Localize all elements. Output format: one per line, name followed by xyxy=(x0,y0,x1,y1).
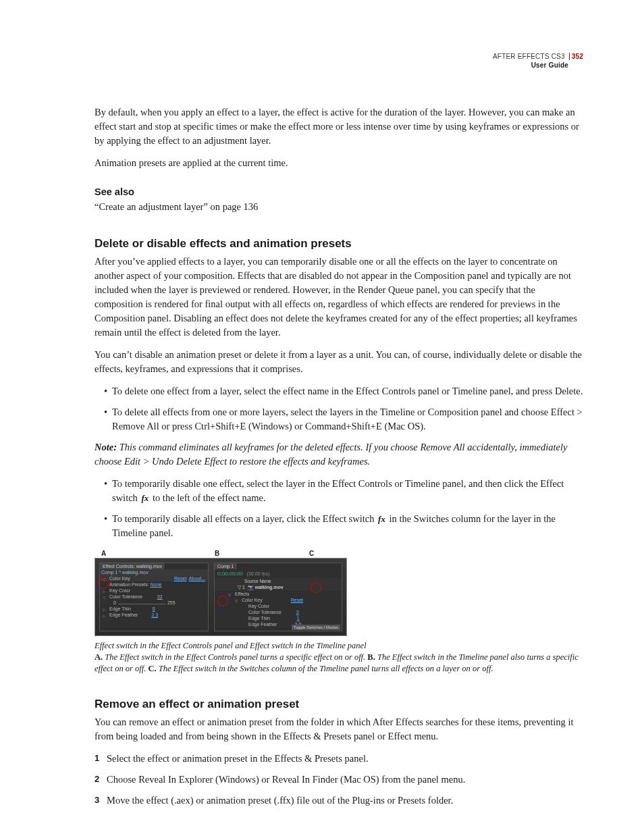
bullet-list-disable: To temporarily disable one effect, selec… xyxy=(95,477,583,540)
figure-caption: Effect switch in the Effect Controls pan… xyxy=(95,640,581,675)
prop-name: Color Tolerance xyxy=(248,610,281,615)
caption-label-b: B. xyxy=(367,652,375,662)
step-item: Choose Reveal In Explorer (Windows) or R… xyxy=(95,773,583,787)
prop-name: Key Color xyxy=(109,588,130,593)
about-link: About... xyxy=(189,576,205,581)
figure-label-c: C xyxy=(309,550,314,557)
page-header: AFTER EFFECTS CS3 352 User Guide xyxy=(493,53,583,70)
prop-value: 2.3 xyxy=(151,613,158,617)
prop-value: 0 xyxy=(153,606,155,611)
see-also-link[interactable]: “Create an adjustment layer” on page 136 xyxy=(95,200,583,214)
fps-label: (30.00 fps) xyxy=(247,571,269,576)
fx-icon: fx xyxy=(140,493,150,503)
effect-controls-panel: Effect Controls: walking.mov Comp 1 * wa… xyxy=(99,563,209,631)
column-header: Source Name xyxy=(244,579,271,583)
panel-tab: Effect Controls: walking.mov xyxy=(100,563,165,569)
header-product: AFTER EFFECTS CS3 xyxy=(493,53,565,60)
reset-link: Reset xyxy=(174,576,186,581)
prop-value: 32 xyxy=(157,594,163,599)
bullet-list-delete: To delete one effect from a layer, selec… xyxy=(95,384,583,434)
intro-paragraph-2: Animation presets are applied at the cur… xyxy=(95,156,583,170)
step-item: Move the effect (.aex) or animation pres… xyxy=(95,793,583,808)
panel-header: Comp 1 * walking.mov xyxy=(100,569,208,575)
effects-group: Effects xyxy=(235,592,249,596)
intro-paragraph-1: By default, when you apply an effect to … xyxy=(95,105,583,148)
steps-list: Select the effect or animation preset in… xyxy=(95,752,583,808)
panel-tab: Comp 1 xyxy=(215,563,238,569)
prop-value: 3 xyxy=(296,610,299,615)
section1-paragraph-1: After you’ve applied effects to a layer,… xyxy=(95,255,583,340)
section-heading-remove: Remove an effect or animation preset xyxy=(95,698,583,711)
note-paragraph: Note: This command eliminates all keyfra… xyxy=(95,440,583,469)
caption-text-c: The Effect switch in the Switches column… xyxy=(157,664,493,673)
section-heading-delete-disable: Delete or disable effects and animation … xyxy=(95,237,583,251)
bullet-text: to the left of the effect name. xyxy=(150,492,265,503)
toggle-switches-button: Toggle Switches / Modes xyxy=(292,625,340,630)
section1-paragraph-2: You can’t disable an animation preset or… xyxy=(95,348,583,376)
preset-value: None xyxy=(151,582,162,587)
caption-text-a: The Effect switch in the Effect Controls… xyxy=(103,652,367,662)
list-item: To delete all effects from one or more l… xyxy=(104,405,583,434)
prop-value: 1 xyxy=(297,616,300,621)
figure-label-b: B xyxy=(215,550,219,557)
header-guide: User Guide xyxy=(493,61,583,70)
list-item: To delete one effect from a layer, selec… xyxy=(104,384,583,398)
figure-label-a: A xyxy=(101,550,106,557)
step-item: Select the effect or animation preset in… xyxy=(95,752,583,766)
figure-image: Effect Controls: walking.mov Comp 1 * wa… xyxy=(95,558,347,636)
note-text: This command eliminates all keyframes fo… xyxy=(95,442,567,467)
see-also-heading: See also xyxy=(95,186,583,197)
timeline-panel: Comp 1 0;00;00;00 (30.00 fps) Source Nam… xyxy=(214,563,342,631)
prop-name: Edge Feather xyxy=(248,622,277,627)
reset-link: Reset xyxy=(291,598,303,602)
prop-name: Edge Feather xyxy=(109,613,138,617)
effect-name: Color Key xyxy=(109,576,130,581)
figure-letter-row: A B C xyxy=(95,550,346,558)
figure-effect-switch: A B C Effect Controls: walking.mov Comp … xyxy=(95,550,583,675)
prop-name: Key Color xyxy=(248,604,269,608)
slider-min: 0 xyxy=(113,600,116,605)
section2-paragraph-1: You can remove an effect or animation pr… xyxy=(95,715,583,744)
prop-name: Color Tolerance xyxy=(109,594,142,599)
page-number: 352 xyxy=(569,53,583,60)
caption-label-a: A. xyxy=(95,652,103,662)
note-label: Note: xyxy=(95,442,117,452)
effect-name: Color Key xyxy=(242,598,263,602)
fx-icon: fx xyxy=(377,514,387,524)
preset-label: Animation Presets: xyxy=(109,582,149,587)
figure-caption-lead: Effect switch in the Effect Controls pan… xyxy=(95,640,581,652)
caption-label-c: C. xyxy=(149,664,157,673)
list-item: To temporarily disable all effects on a … xyxy=(104,512,583,540)
timecode: 0;00;00;00 xyxy=(215,569,246,578)
bullet-text: To temporarily disable all effects on a … xyxy=(112,513,377,524)
layer-name: walking.mov xyxy=(255,585,284,590)
list-item: To temporarily disable one effect, selec… xyxy=(104,477,583,505)
prop-name: Edge Thin xyxy=(248,616,270,621)
slider-max: 255 xyxy=(167,600,176,605)
prop-name: Edge Thin xyxy=(109,606,131,611)
